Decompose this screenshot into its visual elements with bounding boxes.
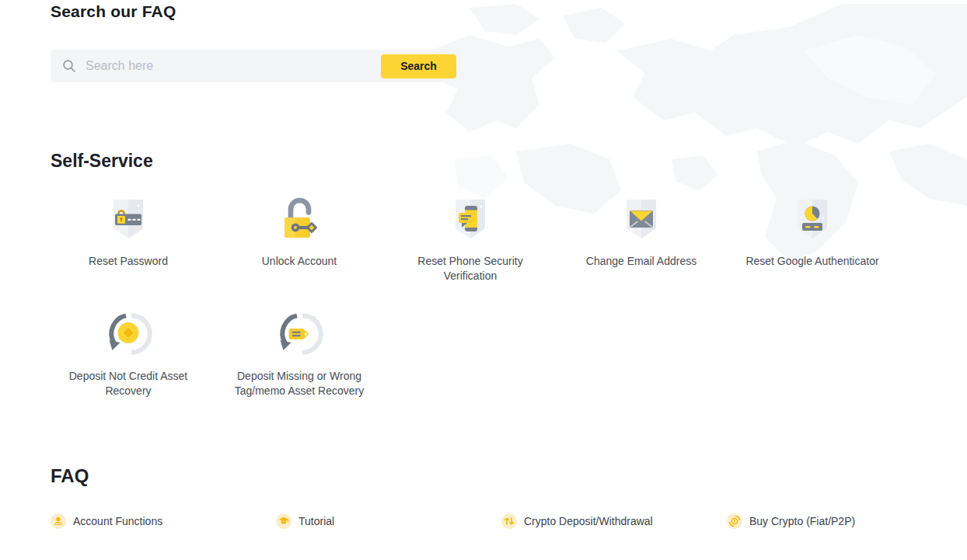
self-service-item-reset-phone-security[interactable]: Reset Phone Security Verification (385, 194, 556, 283)
faq-item-tutorial[interactable]: Tutorial (276, 513, 501, 529)
self-service-item-reset-password[interactable]: Reset Password (43, 194, 214, 283)
self-service-item-deposit-missing-tag[interactable]: Deposit Missing or Wrong Tag/memo Asset … (214, 309, 385, 398)
self-service-title: Self-Service (51, 151, 936, 172)
faq-item-account-functions[interactable]: Account Functions (51, 513, 276, 529)
unlock-key-icon (274, 194, 324, 244)
self-service-label: Reset Password (89, 254, 168, 269)
faq-label: Crypto Deposit/Withdrawal (524, 515, 653, 527)
search-button[interactable]: Search (381, 54, 456, 78)
self-service-label: Unlock Account (262, 254, 337, 269)
support-page: Search our FAQ Search Self-Service (0, 0, 967, 529)
magnifier-icon (62, 59, 76, 73)
self-service-label: Deposit Not Credit Asset Recovery (56, 369, 201, 398)
self-service-label: Reset Phone Security Verification (398, 254, 543, 283)
faq-label: Tutorial (298, 515, 334, 527)
shield-authenticator-icon (787, 194, 837, 244)
search-input[interactable] (84, 58, 381, 74)
self-service-item-deposit-not-credit[interactable]: Deposit Not Credit Asset Recovery (43, 309, 214, 398)
shield-phone-icon (445, 194, 495, 244)
self-service-item-unlock-account[interactable]: Unlock Account (214, 194, 385, 283)
faq-label: Buy Crypto (Fiat/P2P) (749, 515, 855, 527)
recovery-tag-icon (274, 309, 324, 359)
faq-search-bar: Search (51, 50, 460, 82)
self-service-label: Reset Google Authenticator (745, 254, 878, 269)
self-service-label: Deposit Missing or Wrong Tag/memo Asset … (227, 369, 372, 398)
self-service-item-change-email[interactable]: Change Email Address (556, 194, 727, 283)
shield-email-icon (616, 194, 666, 244)
account-person-icon (51, 513, 66, 529)
faq-grid: Account Functions Tutorial Crypto Deposi… (51, 513, 936, 529)
faq-title: FAQ (51, 465, 936, 487)
faq-item-buy-crypto[interactable]: Buy Crypto (Fiat/P2P) (727, 513, 952, 529)
self-service-label: Change Email Address (586, 254, 696, 269)
recovery-coin-icon (103, 309, 153, 359)
shield-password-icon (103, 194, 153, 244)
faq-item-crypto-deposit-withdrawal[interactable]: Crypto Deposit/Withdrawal (501, 513, 727, 529)
buy-crypto-coin-icon (727, 513, 742, 529)
faq-label: Account Functions (73, 515, 162, 527)
page-title: Search our FAQ (51, 0, 936, 21)
self-service-item-reset-authenticator[interactable]: Reset Google Authenticator (727, 194, 898, 283)
deposit-withdrawal-arrows-icon (501, 513, 517, 529)
graduation-cap-icon (276, 513, 291, 529)
self-service-grid: Reset Password Unlock Account (43, 194, 936, 398)
